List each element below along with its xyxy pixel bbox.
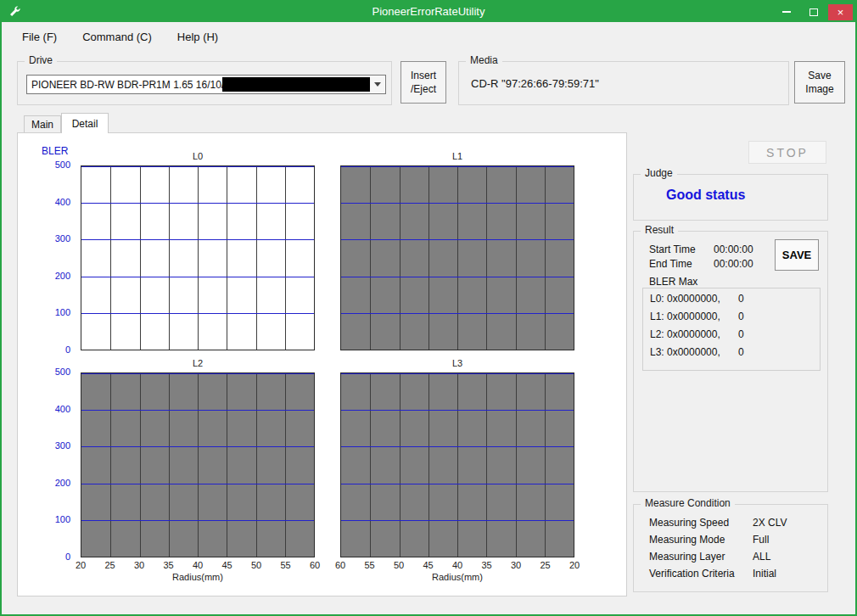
bler-l1-value: 0 (738, 311, 744, 322)
grid-vline (110, 166, 111, 350)
grid-hline (81, 239, 314, 240)
tab-main[interactable]: Main (24, 115, 61, 132)
title-bar: PioneerErrorRateUtility × (2, 2, 855, 22)
chart-l2-xticks: 202530354045505560 (81, 557, 315, 569)
grid-vline (198, 166, 199, 350)
bler-l2-value: 0 (738, 328, 744, 340)
x-tick-label: 45 (221, 560, 232, 570)
menu-file[interactable]: File (F) (19, 29, 60, 45)
grid-vline (545, 373, 546, 557)
minimize-icon[interactable] (774, 4, 798, 20)
close-icon[interactable]: × (828, 4, 853, 20)
measure-row-speed: Measuring Speed 2X CLV (649, 517, 821, 532)
y-tick-label: 300 (55, 234, 70, 244)
end-time-value: 00:00:00 (714, 258, 753, 270)
tab-detail[interactable]: Detail (61, 113, 109, 133)
y-tick-label: 400 (55, 197, 70, 207)
chart-l0-title: L0 (81, 151, 315, 161)
chart-l3-yticks (301, 372, 335, 557)
insert-eject-button[interactable]: Insert /Eject (400, 61, 446, 104)
grid-hline (81, 484, 314, 484)
chart-l2-plot (81, 372, 315, 557)
grid-vline (110, 373, 111, 557)
bler-max-label: BLER Max (649, 276, 697, 288)
chart-l1: L1 (340, 165, 574, 350)
detail-tab-page: BLER L0 5004003002001000 L1 L2 500400300… (17, 132, 627, 596)
grid-vline (169, 166, 170, 350)
y-tick-label: 200 (55, 478, 70, 488)
x-tick-label: 60 (335, 560, 345, 570)
judge-status-text: Good status (666, 188, 745, 203)
grid-vline (256, 373, 257, 557)
bler-max-row-l0: L0: 0x0000000, 0 (650, 293, 813, 310)
drive-combobox[interactable]: PIONEER BD-RW BDR-PR1M 1.65 16/10/05 (26, 75, 386, 94)
x-tick-label: 35 (163, 560, 173, 570)
save-button[interactable]: SAVE (775, 239, 819, 271)
grid-vline (428, 373, 429, 557)
y-tick-label: 0 (65, 552, 70, 562)
grid-hline (341, 446, 574, 447)
bler-axis-label: BLER (42, 145, 68, 157)
menu-help[interactable]: Help (H) (174, 29, 221, 45)
grid-vline (400, 166, 400, 350)
insert-eject-label-line2: /Eject (411, 82, 436, 96)
grid-hline (81, 203, 314, 204)
chart-l1-yticks (301, 165, 335, 350)
maximize-icon[interactable] (801, 4, 826, 20)
grid-vline (428, 166, 429, 350)
drive-group: Drive PIONEER BD-RW BDR-PR1M 1.65 16/10/… (17, 61, 392, 105)
measure-row-mode: Measuring Mode Full (649, 534, 821, 549)
x-tick-label: 35 (481, 560, 491, 570)
chevron-down-icon[interactable] (370, 76, 384, 92)
x-tick-label: 30 (511, 560, 521, 570)
grid-vline (486, 373, 487, 557)
window-title: PioneerErrorRateUtility (2, 5, 855, 18)
insert-eject-label-line1: Insert (411, 69, 436, 82)
grid-hline (341, 313, 574, 314)
grid-vline (457, 373, 458, 557)
measure-condition-label: Measure Condition (641, 497, 735, 509)
grid-vline (370, 373, 371, 557)
chart-l3-plot (340, 372, 574, 557)
x-tick-label: 20 (76, 560, 86, 570)
measuring-mode-value: Full (753, 534, 769, 546)
x-tick-label: 45 (423, 560, 433, 570)
grid-vline (140, 166, 141, 350)
bler-max-box: L0: 0x0000000, 0 L1: 0x0000000, 0 L2: 0x… (642, 288, 821, 371)
bler-l2-label: L2: 0x0000000, (650, 328, 720, 340)
y-tick-label: 500 (55, 160, 70, 170)
chart-l0-plot (81, 165, 315, 350)
drive-group-label: Drive (25, 54, 57, 66)
x-tick-label: 25 (104, 560, 115, 570)
save-image-label-line1: Save (808, 69, 831, 82)
measure-row-criteria: Verification Criteria Initial (649, 568, 821, 583)
measuring-layer-label: Measuring Layer (649, 551, 725, 563)
verification-criteria-value: Initial (753, 568, 776, 580)
start-time-label: Start Time (649, 244, 696, 255)
menu-bar: File (F) Command (C) Help (H) (19, 29, 221, 45)
chart-l2-title: L2 (81, 358, 315, 368)
chart-l2-xlabel: Radius(mm) (81, 572, 315, 582)
grid-vline (370, 166, 371, 350)
save-image-button[interactable]: Save Image (794, 61, 845, 104)
result-group: Result Start Time 00:00:00 End Time 00:0… (633, 231, 828, 492)
chart-l2-yticks: 5004003002001000 (42, 372, 76, 557)
menu-command[interactable]: Command (C) (79, 29, 155, 45)
bler-l3-label: L3: 0x0000000, (650, 346, 720, 358)
y-tick-label: 200 (55, 271, 70, 281)
grid-vline (198, 373, 199, 557)
bler-max-row-l3: L3: 0x0000000, 0 (650, 346, 813, 363)
stop-button[interactable]: STOP (748, 141, 826, 164)
x-tick-label: 20 (569, 560, 580, 570)
media-group-label: Media (466, 54, 502, 66)
end-time-label: End Time (649, 258, 692, 270)
grid-vline (140, 373, 141, 557)
grid-hline (341, 410, 574, 411)
measure-row-layer: Measuring Layer ALL (649, 551, 821, 566)
chart-l3-xlabel: Radius(mm) (340, 572, 574, 582)
measuring-mode-label: Measuring Mode (649, 534, 725, 546)
measure-condition-group: Measure Condition Measuring Speed 2X CLV… (633, 504, 828, 592)
grid-vline (169, 373, 170, 557)
chart-l2: L2 5004003002001000 202530354045505560 R… (81, 372, 315, 557)
bler-l0-label: L0: 0x0000000, (650, 293, 720, 305)
